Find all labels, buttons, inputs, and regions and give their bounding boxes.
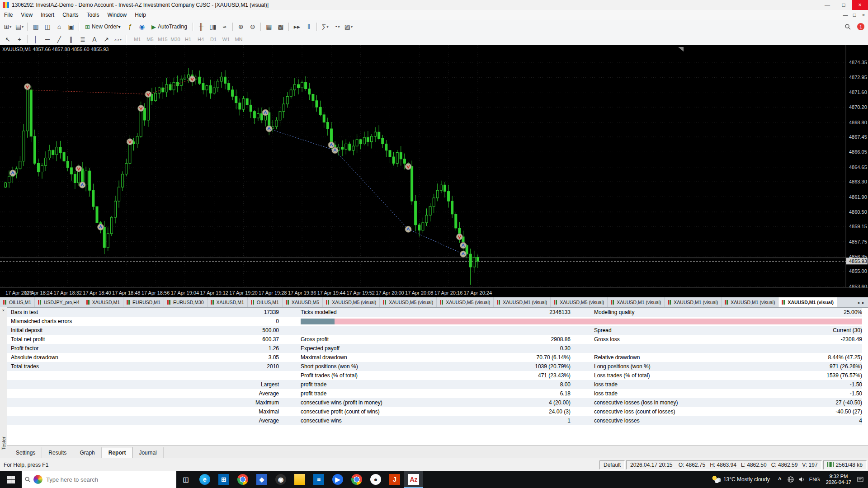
show-desktop-button[interactable] — [866, 471, 868, 488]
candlestick-chart-icon[interactable]: ▯▮ — [208, 22, 218, 32]
zoom-out-icon[interactable]: ⊖ — [247, 22, 258, 32]
network-icon[interactable] — [785, 471, 796, 488]
cortana-icon[interactable] — [33, 475, 42, 484]
search-icon[interactable] — [842, 22, 853, 32]
cursor-icon[interactable]: ↖ — [2, 34, 13, 44]
app-blue-icon[interactable]: ◆ — [252, 471, 271, 488]
notifications-badge[interactable]: 1 — [857, 23, 864, 30]
tab-scroll-left-icon[interactable]: ◂ — [857, 300, 859, 305]
navigator-icon[interactable]: ⌂ — [54, 22, 65, 32]
chart-tab[interactable]: XAUUSD,M5 (visual) — [323, 297, 380, 307]
line-chart-icon[interactable]: ≈ — [219, 22, 230, 32]
clock[interactable]: 9:32 PM 2026-04-17 — [822, 474, 855, 485]
timeframe-m5[interactable]: M5 — [144, 35, 156, 44]
zoom-in-icon[interactable]: ⊕ — [236, 22, 246, 32]
chart-tab[interactable]: EURUSD,M30 — [164, 297, 208, 307]
timeframe-h1[interactable]: H1 — [182, 35, 194, 44]
profile-selector[interactable]: Default — [599, 460, 625, 469]
timeframe-m15[interactable]: M15 — [157, 35, 169, 44]
volume-icon[interactable] — [796, 471, 807, 488]
search-input[interactable] — [45, 476, 174, 483]
text-label-icon[interactable]: A — [89, 34, 100, 44]
tester-tab-results[interactable]: Results — [42, 447, 73, 458]
autotrading-button[interactable]: ▶AutoTrading — [149, 22, 190, 32]
pause-test-icon[interactable]: ‖ — [303, 22, 314, 32]
arrow-object-icon[interactable]: ↗ — [101, 34, 112, 44]
notification-center-icon[interactable] — [855, 471, 866, 488]
edge-icon[interactable]: e — [195, 471, 214, 488]
vertical-line-icon[interactable]: │ — [30, 34, 41, 44]
file-explorer-icon[interactable] — [290, 471, 309, 488]
chart-tab[interactable]: XAUUSD,M1 (visual) — [665, 297, 722, 307]
tester-tab-graph[interactable]: Graph — [73, 447, 101, 458]
chart-tab[interactable]: XAUUSD,M1 (visual) — [722, 297, 778, 307]
taskbar-search[interactable] — [22, 471, 176, 488]
store-icon[interactable]: ⊞ — [214, 471, 233, 488]
restore-button[interactable]: □ — [835, 0, 852, 10]
menu-item-window[interactable]: Window — [104, 10, 131, 20]
task-view-icon[interactable]: ◫ — [176, 471, 195, 488]
data-window-icon[interactable]: ◫ — [42, 22, 53, 32]
start-button[interactable] — [0, 471, 22, 488]
chrome-icon[interactable] — [233, 471, 252, 488]
timeframe-w1[interactable]: W1 — [220, 35, 232, 44]
chart-tab[interactable]: XAUUSD,M5 (visual) — [437, 297, 494, 307]
horizontal-line-icon[interactable]: ─ — [42, 34, 53, 44]
bars-chart-icon[interactable]: ╫ — [196, 22, 207, 32]
menu-item-help[interactable]: Help — [131, 10, 150, 20]
toolbox-icon[interactable]: ▣ — [66, 22, 76, 32]
chart-tab[interactable]: XAUUSD,M1 — [208, 297, 248, 307]
minimize-button[interactable]: — — [819, 0, 835, 10]
tile-windows-icon[interactable]: ▦ — [264, 22, 274, 32]
tester-tab-journal[interactable]: Journal — [132, 447, 163, 458]
tab-scroll-right-icon[interactable]: ▸ — [862, 300, 864, 305]
market-watch-icon[interactable]: ▥ — [30, 22, 41, 32]
timeframe-d1[interactable]: D1 — [208, 35, 219, 44]
java-icon[interactable]: J — [385, 471, 404, 488]
chart-tab-active[interactable]: XAUUSD,M1 (visual) — [778, 297, 837, 307]
timeframe-h4[interactable]: H4 — [195, 35, 207, 44]
panel-close-icon[interactable]: × — [0, 308, 7, 313]
github-icon[interactable]: ● — [366, 471, 385, 488]
new-order-button[interactable]: ⊞New Order▾ — [82, 22, 123, 32]
tester-tab-settings[interactable]: Settings — [9, 447, 42, 458]
market-icon[interactable]: ◉ — [137, 22, 147, 32]
fibonacci-icon[interactable]: ≣ — [77, 34, 88, 44]
menu-item-insert[interactable]: Insert — [37, 10, 58, 20]
timeframe-m30[interactable]: M30 — [170, 35, 181, 44]
mdi-restore-icon[interactable]: □ — [850, 12, 859, 18]
cascade-windows-icon[interactable]: ▩ — [275, 22, 286, 32]
menu-item-view[interactable]: View — [17, 10, 37, 20]
metatrader-icon[interactable]: Az — [404, 471, 423, 488]
chart-tab[interactable]: XAUUSD,M5 (visual) — [380, 297, 437, 307]
chart-tab[interactable]: OILUS,M1 — [0, 297, 35, 307]
mdi-minimize-icon[interactable]: — — [841, 12, 850, 18]
channel-icon[interactable]: ∥ — [66, 34, 76, 44]
menu-item-file[interactable]: File — [0, 10, 17, 20]
chart-tab[interactable]: XAUUSD,M1 (visual) — [494, 297, 551, 307]
calculator-icon[interactable]: ≡ — [309, 471, 328, 488]
hidden-icons-chevron[interactable]: ^ — [774, 471, 785, 488]
chart-tab[interactable]: XAUUSD,M1 (visual) — [608, 297, 665, 307]
timeframe-mn[interactable]: MN — [233, 35, 245, 44]
periods-icon[interactable]: ◔▾ — [331, 22, 342, 32]
chart-tab[interactable]: XAUUSD,M1 — [83, 297, 123, 307]
chart-tab[interactable]: XAUUSD,M5 — [283, 297, 323, 307]
crosshair-icon[interactable]: + — [14, 34, 25, 44]
media-player-icon[interactable]: ▶ — [328, 471, 347, 488]
chart-tab[interactable]: EURUSD,M1 — [123, 297, 164, 307]
tester-tab-report[interactable]: Report — [102, 447, 133, 458]
profiles-icon[interactable]: ▤▾ — [14, 22, 25, 32]
menu-item-tools[interactable]: Tools — [83, 10, 104, 20]
shapes-icon[interactable]: ▱▾ — [113, 34, 123, 44]
record-icon[interactable]: ◉ — [271, 471, 290, 488]
new-chart-icon[interactable]: ⊞▾ — [2, 22, 13, 32]
menu-item-charts[interactable]: Charts — [58, 10, 82, 20]
chart-tab[interactable]: XAUUSD,M5 (visual) — [551, 297, 608, 307]
close-button[interactable]: × — [852, 0, 868, 10]
expert-advisors-icon[interactable]: ƒ — [125, 22, 136, 32]
timeframe-m1[interactable]: M1 — [132, 35, 143, 44]
price-chart[interactable]: 4874.354872.954871.604870.204868.804867.… — [0, 45, 868, 297]
step-forward-icon[interactable]: ▸▸ — [292, 22, 302, 32]
weather-widget[interactable]: 13°C Mostly cloudy — [707, 475, 774, 483]
